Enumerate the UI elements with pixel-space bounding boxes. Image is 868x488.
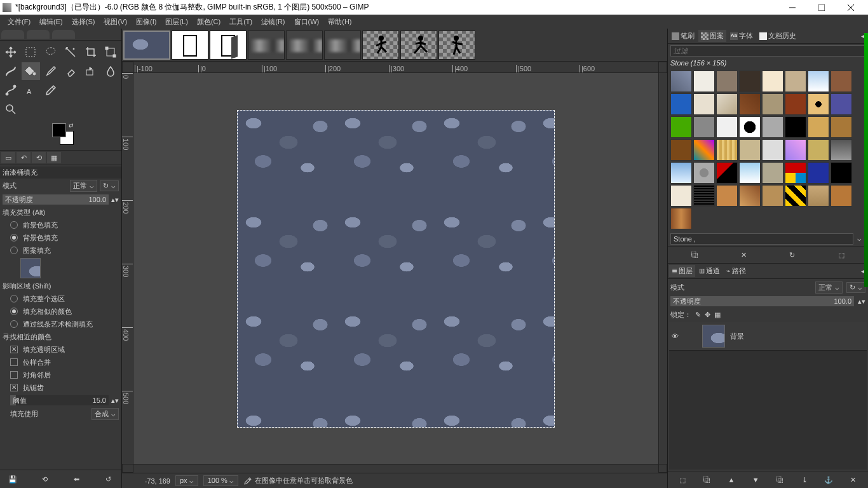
device-status-tab[interactable]: ↶ — [17, 152, 31, 163]
image-tab-blur1[interactable] — [248, 30, 285, 60]
clone-tool[interactable] — [81, 62, 100, 80]
open-as-image-button[interactable]: ⬚ — [834, 249, 849, 261]
transform-tool[interactable] — [102, 43, 121, 61]
lower-layer-button[interactable]: ▼ — [748, 474, 763, 485]
menu-image[interactable]: 图像(I) — [132, 15, 160, 29]
pattern-thumb[interactable] — [831, 93, 852, 115]
pattern-thumb[interactable] — [762, 93, 783, 115]
pattern-thumb[interactable] — [716, 93, 738, 115]
spinner-icon[interactable]: ▴▾ — [111, 396, 119, 405]
pattern-thumb[interactable] — [716, 71, 738, 92]
free-select-tool[interactable] — [41, 43, 60, 61]
pattern-thumb[interactable] — [670, 71, 692, 92]
vertical-ruler[interactable]: 0100200300400500 — [122, 73, 133, 464]
layer-opacity-slider[interactable]: 不透明度 100.0 — [670, 296, 854, 306]
pattern-thumb[interactable] — [785, 116, 806, 138]
new-group-button[interactable]: ⿻ — [700, 474, 715, 485]
color-swatches[interactable]: ⇄ — [0, 121, 121, 150]
paintbrush-tool[interactable] — [41, 62, 60, 80]
tool-options-tab[interactable]: ▭ — [1, 152, 15, 163]
layer-mode-select[interactable]: 正常 ⌵ — [815, 281, 843, 294]
sample-merged-check[interactable]: 位样合并 — [23, 358, 51, 367]
menu-edit[interactable]: 编辑(E) — [36, 15, 67, 29]
bucket-fill-tool[interactable] — [22, 62, 41, 80]
pattern-thumb[interactable] — [785, 93, 806, 115]
pattern-thumb[interactable] — [693, 71, 715, 92]
radio-icon[interactable] — [10, 295, 18, 302]
pattern-thumb[interactable] — [670, 139, 692, 161]
duplicate-layer-button[interactable]: ⿻ — [773, 474, 788, 485]
pattern-preview[interactable] — [20, 258, 41, 278]
pattern-thumb[interactable] — [716, 162, 738, 184]
pattern-thumb[interactable] — [739, 139, 761, 161]
pattern-thumb[interactable] — [739, 185, 761, 207]
pattern-name-field[interactable]: Stone , — [670, 233, 853, 245]
pattern-thumb[interactable] — [716, 185, 738, 207]
delete-options-button[interactable]: ⬅ — [69, 473, 85, 485]
move-tool[interactable] — [1, 43, 20, 61]
pattern-thumb[interactable] — [739, 71, 761, 92]
menu-help[interactable]: 帮助(H) — [324, 15, 355, 29]
checkbox-icon[interactable] — [10, 371, 18, 379]
visibility-toggle-icon[interactable]: 👁 — [672, 332, 683, 340]
pattern-thumb[interactable] — [785, 139, 806, 161]
canvas[interactable] — [237, 110, 555, 428]
pattern-thumb[interactable] — [808, 162, 829, 184]
pattern-thumb[interactable] — [762, 185, 783, 207]
pattern-thumb[interactable] — [831, 71, 852, 92]
pattern-thumb[interactable] — [739, 93, 761, 115]
new-layer-button[interactable]: ⬚ — [675, 474, 690, 485]
menu-color[interactable]: 颜色(C) — [193, 15, 224, 29]
image-tab-background3[interactable] — [123, 30, 170, 60]
radio-icon[interactable] — [10, 247, 18, 254]
affect-similar-radio[interactable]: 填充相似的颜色 — [23, 307, 72, 316]
history-tab[interactable]: 文档历史 — [757, 30, 799, 42]
pattern-thumb[interactable] — [716, 116, 738, 138]
unit-select[interactable]: px ⌵ — [175, 475, 198, 486]
merge-down-button[interactable]: ⤓ — [797, 474, 812, 485]
brushes-tab[interactable]: 笔刷 — [669, 30, 697, 42]
pattern-thumb[interactable] — [670, 93, 692, 115]
paths-tab[interactable]: ⌁路径 — [724, 265, 749, 277]
minimize-button[interactable] — [778, 0, 807, 15]
vertical-scrollbar[interactable] — [658, 73, 667, 464]
radio-icon[interactable] — [10, 221, 18, 229]
menu-layer[interactable]: 图层(L) — [161, 15, 191, 29]
radio-icon[interactable] — [10, 320, 18, 328]
diagonal-check[interactable]: 对角邻居 — [23, 370, 51, 380]
pattern-thumb[interactable] — [808, 185, 829, 207]
affect-selection-radio[interactable]: 填充整个选区 — [23, 294, 65, 304]
close-button[interactable] — [836, 0, 865, 15]
path-tool[interactable] — [1, 81, 20, 99]
antialias-check[interactable]: 抗锯齿 — [23, 383, 44, 393]
lock-pixels-icon[interactable]: ✎ — [695, 311, 701, 319]
pattern-thumb[interactable] — [693, 116, 715, 138]
reset-options-button[interactable]: ↺ — [101, 473, 116, 485]
channels-tab[interactable]: ⊞通道 — [696, 265, 722, 277]
pattern-thumb[interactable] — [670, 208, 692, 229]
pattern-thumb[interactable] — [693, 139, 715, 161]
image-tab-run3[interactable] — [438, 30, 475, 60]
pattern-thumb[interactable] — [739, 116, 761, 138]
pattern-thumb[interactable] — [693, 162, 715, 184]
fonts-tab[interactable]: Aa字体 — [728, 30, 756, 42]
images-tab[interactable]: ▦ — [47, 152, 61, 163]
image-tab-run1[interactable] — [362, 30, 399, 60]
raise-layer-button[interactable]: ▲ — [724, 474, 739, 485]
warp-tool[interactable] — [1, 62, 20, 80]
maximize-button[interactable] — [807, 0, 836, 15]
pattern-thumb[interactable] — [808, 71, 829, 92]
image-tab-door1[interactable] — [172, 30, 208, 60]
pattern-thumb[interactable] — [785, 185, 806, 207]
menu-select[interactable]: 选择(S) — [68, 15, 99, 29]
canvas-viewport[interactable] — [133, 73, 658, 464]
threshold-slider[interactable]: 阈值 15.0 — [10, 395, 109, 405]
menu-filters[interactable]: 滤镜(R) — [257, 15, 288, 29]
smudge-tool[interactable] — [102, 62, 121, 80]
pattern-thumb[interactable] — [762, 116, 783, 138]
checkbox-icon[interactable] — [10, 384, 18, 391]
eraser-tool[interactable] — [62, 62, 81, 80]
checkbox-icon[interactable] — [10, 346, 18, 353]
layer-mode-reset[interactable]: ↻ ⌵ — [846, 282, 865, 293]
color-picker-tool[interactable] — [41, 81, 60, 99]
